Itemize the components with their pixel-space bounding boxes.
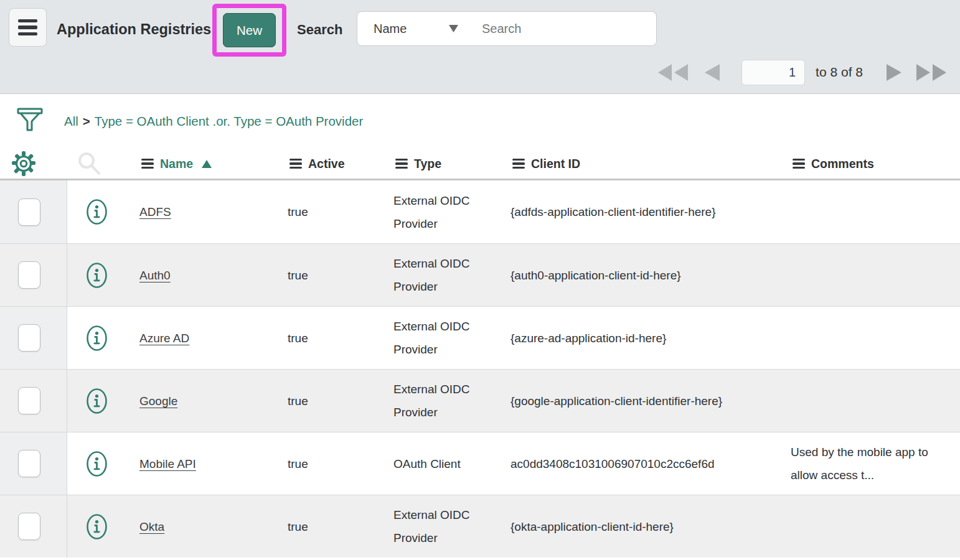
record-link[interactable]: Mobile API (139, 452, 196, 475)
cell-active: true (286, 495, 392, 558)
row-checkbox[interactable] (18, 450, 40, 477)
cell-comments: Used by the mobile app to allow access t… (789, 432, 960, 495)
checkbox-cell (0, 244, 67, 306)
list-body: ADFS true External OIDC Provider {adfds-… (0, 180, 960, 558)
context-menu-button[interactable] (9, 8, 47, 47)
checkbox-cell (0, 307, 67, 369)
list-menu-icon[interactable] (793, 159, 805, 169)
search-icon (77, 151, 101, 176)
cell-comments (789, 180, 960, 243)
cell-name: Mobile API (138, 432, 286, 495)
table-row: ADFS true External OIDC Provider {adfds-… (0, 180, 960, 243)
cell-type: External OIDC Provider (392, 307, 509, 369)
cell-name: Auth0 (138, 244, 286, 306)
cell-type: External OIDC Provider (392, 370, 509, 432)
info-icon[interactable] (86, 325, 108, 352)
list-settings-button[interactable] (0, 151, 67, 177)
table-row: Azure AD true External OIDC Provider {az… (0, 306, 960, 369)
pagination: to 8 of 8 (658, 58, 946, 86)
column-header-comments[interactable]: Comments (789, 157, 960, 171)
info-icon[interactable] (86, 388, 108, 414)
breadcrumb-all-link[interactable]: All (64, 114, 78, 129)
info-icon[interactable] (86, 198, 108, 225)
record-link[interactable]: Auth0 (139, 264, 171, 287)
funnel-icon (17, 108, 43, 139)
info-icon[interactable] (86, 513, 108, 540)
first-page-icon (658, 64, 688, 81)
breadcrumb-condition-link[interactable]: Type = OAuth Client .or. Type = OAuth Pr… (95, 114, 364, 129)
page-number-input[interactable] (741, 60, 805, 85)
first-page-button[interactable] (658, 64, 688, 81)
search-field-select[interactable]: Name (357, 11, 470, 46)
cell-client-id: ac0dd3408c1031006907010c2cc6ef6d (509, 432, 789, 495)
checkbox-cell (0, 180, 67, 243)
row-checkbox[interactable] (18, 387, 40, 414)
row-checkbox[interactable] (18, 513, 40, 540)
cell-client-id: {okta-application-client-id-here} (509, 495, 789, 558)
cell-active: true (286, 244, 392, 306)
cell-type: External OIDC Provider (392, 495, 509, 558)
cell-client-id: {adfds-application-client-identifier-her… (509, 180, 789, 243)
column-header-row: Name Active Type Client ID Comments (0, 149, 960, 180)
cell-client-id: {google-application-client-identifier-he… (509, 370, 789, 432)
search-field-selected-value: Name (374, 22, 449, 36)
last-page-icon (916, 64, 946, 81)
row-checkbox[interactable] (18, 261, 40, 289)
gear-icon (11, 151, 36, 177)
cell-client-id: {auth0-application-client-id-here} (509, 244, 789, 306)
page-title: Application Registries (57, 21, 211, 38)
list-menu-icon[interactable] (141, 159, 154, 169)
row-checkbox[interactable] (18, 198, 40, 226)
breadcrumb-separator: > (83, 114, 90, 129)
application-registries-screen: Application Registries New Search Name (0, 0, 960, 560)
next-page-icon (887, 64, 901, 81)
record-link[interactable]: Okta (139, 515, 164, 538)
last-page-button[interactable] (916, 64, 946, 81)
checkbox-cell (0, 495, 67, 558)
table-row: Okta true External OIDC Provider {okta-a… (0, 495, 960, 558)
record-link[interactable]: Google (139, 390, 177, 413)
cell-client-id: {azure-ad-application-id-here} (509, 307, 789, 369)
info-icon[interactable] (86, 262, 108, 289)
record-link[interactable]: ADFS (139, 200, 171, 223)
table-row: Google true External OIDC Provider {goog… (0, 369, 960, 432)
row-checkbox[interactable] (18, 324, 40, 352)
cell-comments (789, 244, 960, 306)
cell-active: true (286, 180, 392, 243)
search-input[interactable] (469, 11, 657, 46)
cell-comments (789, 370, 960, 432)
cell-name: Google (138, 370, 286, 432)
cell-type: OAuth Client (392, 432, 509, 495)
info-icon[interactable] (86, 450, 108, 477)
search-label: Search (297, 22, 342, 38)
checkbox-cell (0, 432, 67, 495)
filter-bar: All > Type = OAuth Client .or. Type = OA… (0, 94, 960, 149)
breadcrumb: All > Type = OAuth Client .or. Type = OA… (64, 94, 363, 149)
cell-name: Azure AD (138, 307, 286, 369)
annotation-highlight: New (212, 4, 286, 57)
prev-page-button[interactable] (705, 64, 720, 81)
new-button[interactable]: New (223, 13, 276, 47)
cell-comments (789, 495, 960, 558)
next-page-button[interactable] (887, 64, 901, 81)
list-search-button[interactable] (67, 151, 138, 176)
column-header-active[interactable]: Active (286, 157, 392, 171)
column-header-type[interactable]: Type (392, 157, 509, 171)
cell-active: true (286, 370, 392, 432)
cell-type: External OIDC Provider (392, 180, 509, 243)
cell-active: true (286, 432, 392, 495)
column-header-client-id[interactable]: Client ID (509, 157, 789, 171)
column-header-name[interactable]: Name (138, 157, 286, 171)
sort-asc-icon (202, 160, 212, 168)
list-menu-icon[interactable] (395, 159, 408, 169)
checkbox-cell (0, 370, 67, 432)
prev-page-icon (705, 64, 720, 81)
list-menu-icon[interactable] (289, 159, 302, 169)
filter-toggle-button[interactable] (17, 108, 43, 141)
list-title-bar: Application Registries New Search Name (0, 0, 960, 94)
cell-name: Okta (138, 495, 286, 558)
table-row: Auth0 true External OIDC Provider {auth0… (0, 243, 960, 306)
cell-comments (789, 307, 960, 369)
list-menu-icon[interactable] (512, 159, 525, 169)
record-link[interactable]: Azure AD (139, 327, 189, 350)
